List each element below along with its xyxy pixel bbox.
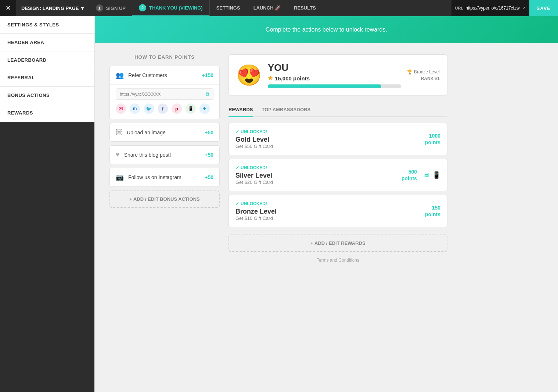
share-email-icon[interactable]: ✉ (116, 104, 126, 114)
progress-bar-bg (268, 84, 401, 88)
sidebar-item-referral[interactable]: REFERRAL (0, 69, 94, 87)
sidebar-item-rewards[interactable]: REWARDS (0, 104, 94, 122)
action-card-upload[interactable]: 🖼 Upload an image +50 (109, 123, 220, 142)
unlocked-text-bronze: UNLOCKED! (241, 201, 267, 206)
trophy-icon: 🏆 (407, 69, 413, 75)
refer-label: Refer Customers (128, 72, 197, 78)
progress-bar-fill (268, 84, 381, 88)
tab-settings[interactable]: SETTINGS (210, 0, 247, 16)
action-card-main-share-blog: ♥ Share this blog post! +50 (110, 146, 219, 164)
referral-url-text: https://vy.tc/XXXXXX (120, 92, 203, 97)
reward-card-silver: ✓ UNLOCKED! Silver Level Get $20 Gift Ca… (228, 159, 447, 191)
referral-extra: https://vy.tc/XXXXXX ⧉ ✉ m 🐦 f p 📱 ✈ (110, 84, 219, 119)
refer-icon: 👥 (116, 71, 124, 79)
check-icon-bronze: ✓ (235, 201, 239, 206)
design-chevron-icon: ▾ (81, 6, 84, 11)
sidebar-item-settings-styles[interactable]: SETTINGS & STYLES (0, 16, 94, 34)
reward-name-gold: Gold Level (235, 136, 425, 144)
reward-info-bronze: ✓ UNLOCKED! Bronze Level Get $10 Gift Ca… (235, 201, 425, 221)
device-icons: 🖥 📱 (423, 171, 440, 179)
sidebar-item-leaderboard[interactable]: LEADERBOARD (0, 51, 94, 69)
url-label: URL (455, 6, 464, 10)
sidebar-item-header-area[interactable]: HEADER AREA (0, 34, 94, 51)
add-edit-bonus-actions-button[interactable]: + ADD / EDIT BONUS ACTIONS (109, 190, 220, 208)
rank-text: RANK #1 (421, 76, 440, 81)
user-info: YOU ★ 15,000 points (268, 62, 401, 88)
instagram-points: +50 (205, 174, 213, 180)
tab-results-label: RESULTS (294, 5, 316, 11)
share-facebook-icon[interactable]: f (158, 104, 168, 114)
reward-card-gold: ✓ UNLOCKED! Gold Level Get $50 Gift Card… (228, 123, 447, 155)
step-signup-label: SIGN UP (106, 6, 126, 11)
step-thankyou-label: THANK YOU (VIEWING) (149, 5, 203, 11)
tab-settings-label: SETTINGS (216, 5, 240, 11)
banner-text: Complete the actions below to unlock rew… (266, 26, 387, 33)
heart-icon: ♥ (116, 151, 120, 159)
tab-top-ambassadors[interactable]: TOP AMBASSADORS (262, 103, 310, 117)
save-button[interactable]: SAVE (529, 0, 558, 16)
tab-results[interactable]: RESULTS (287, 0, 323, 16)
terms-link[interactable]: Terms and Conditions (228, 252, 447, 269)
top-nav: ✕ DESIGN: LANDING PAGE ▾ 1 SIGN UP 2 THA… (0, 0, 558, 16)
left-sidebar: SETTINGS & STYLES HEADER AREA LEADERBOAR… (0, 16, 95, 392)
desktop-icon[interactable]: 🖥 (423, 171, 429, 179)
action-card-main-upload: 🖼 Upload an image +50 (110, 123, 219, 141)
instagram-label: Follow us on Instagram (128, 174, 200, 180)
check-icon-silver: ✓ (235, 165, 239, 170)
avatar: 😍 (236, 65, 262, 86)
reward-points-silver: 500points (402, 168, 417, 182)
user-level: 🏆 Bronze Level RANK #1 (407, 69, 440, 81)
copy-icon[interactable]: ⧉ (206, 91, 209, 97)
mobile-icon[interactable]: 📱 (432, 171, 440, 179)
share-icons: ✉ m 🐦 f p 📱 ✈ (116, 104, 213, 114)
action-card-main-instagram: 📷 Follow us on Instagram +50 (110, 168, 219, 186)
step-signup[interactable]: 1 SIGN UP (89, 0, 132, 16)
content-area: Complete the actions below to unlock rew… (95, 16, 558, 392)
design-label-text: DESIGN: LANDING PAGE (21, 6, 79, 11)
earn-panel: HOW TO EARN POINTS 👥 Refer Customers +15… (109, 54, 220, 269)
design-label-dropdown[interactable]: DESIGN: LANDING PAGE ▾ (16, 6, 89, 11)
unlocked-badge-bronze: ✓ UNLOCKED! (235, 201, 425, 206)
unlocked-badge-silver: ✓ UNLOCKED! (235, 165, 402, 170)
step-thankyou[interactable]: 2 THANK YOU (VIEWING) (132, 0, 209, 16)
tab-rewards[interactable]: REWARDS (228, 103, 253, 117)
action-card-share-blog[interactable]: ♥ Share this blog post! +50 (109, 145, 220, 164)
user-points-value: 15,000 points (275, 75, 310, 81)
external-link-icon[interactable]: ↗ (522, 6, 526, 11)
unlocked-text-gold: UNLOCKED! (241, 129, 267, 134)
nav-steps: 1 SIGN UP 2 THANK YOU (VIEWING) (89, 0, 209, 16)
share-messenger-icon[interactable]: m (130, 104, 140, 114)
user-points: ★ 15,000 points (268, 75, 401, 81)
reward-info-silver: ✓ UNLOCKED! Silver Level Get $20 Gift Ca… (235, 165, 402, 185)
add-edit-rewards-button[interactable]: + ADD / EDIT REWARDS (228, 235, 447, 252)
reward-desc-silver: Get $20 Gift Card (235, 179, 402, 185)
user-name: YOU (268, 62, 401, 73)
rewards-panel: 😍 YOU ★ 15,000 points 🏆 (228, 54, 447, 269)
share-telegram-icon[interactable]: ✈ (199, 104, 210, 114)
action-card-main-refer: 👥 Refer Customers +150 (110, 66, 219, 84)
close-button[interactable]: ✕ (0, 0, 16, 16)
content-inner: HOW TO EARN POINTS 👥 Refer Customers +15… (95, 43, 462, 280)
reward-desc-bronze: Get $10 Gift Card (235, 215, 425, 221)
rewards-tabs: REWARDS TOP AMBASSADORS (228, 103, 447, 117)
action-card-instagram[interactable]: 📷 Follow us on Instagram +50 (109, 168, 220, 187)
referral-url-row: https://vy.tc/XXXXXX ⧉ (116, 88, 213, 100)
share-twitter-icon[interactable]: 🐦 (144, 104, 154, 114)
reward-points-gold: 1000points (425, 133, 440, 146)
share-pinterest-icon[interactable]: p (172, 104, 182, 114)
url-value: https://vyper.io/c/16717cfzw (465, 6, 519, 11)
sidebar-item-bonus-actions[interactable]: BONUS ACTIONS (0, 87, 94, 104)
reward-desc-gold: Get $50 Gift Card (235, 144, 425, 149)
reward-card-bronze: ✓ UNLOCKED! Bronze Level Get $10 Gift Ca… (228, 195, 447, 227)
share-whatsapp-icon[interactable]: 📱 (186, 104, 196, 114)
share-blog-label: Share this blog post! (124, 152, 201, 158)
url-area: URL https://vyper.io/c/16717cfzw ↗ (451, 0, 529, 16)
reward-name-silver: Silver Level (235, 172, 402, 179)
main-layout: SETTINGS & STYLES HEADER AREA LEADERBOAR… (0, 16, 558, 392)
level-label: Bronze Level (414, 69, 440, 75)
tab-launch[interactable]: LAUNCH 🚀 (247, 0, 288, 16)
unlocked-badge-gold: ✓ UNLOCKED! (235, 129, 425, 134)
step-num-1: 1 (96, 4, 103, 12)
star-icon: ★ (268, 75, 273, 81)
upload-points: +50 (205, 130, 213, 135)
